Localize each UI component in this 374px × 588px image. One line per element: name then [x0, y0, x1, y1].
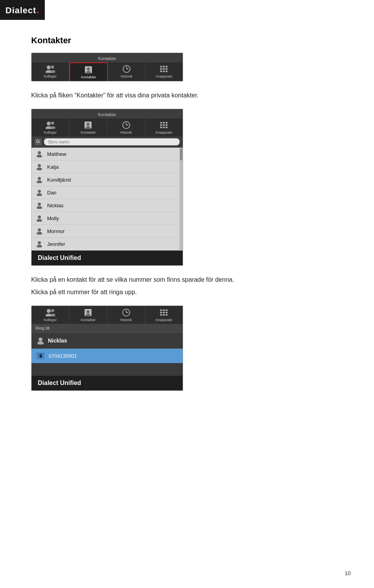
contact-avatar-mormor [35, 228, 43, 235]
tab-label-knappsats-3: Knappsats [156, 318, 173, 322]
tab-kollegor-3[interactable]: Kollegor [32, 306, 69, 324]
tab-knappsats-2[interactable]: Knappsats [145, 118, 183, 136]
tab-historik-1[interactable]: Historik [108, 62, 146, 81]
phone-number: 0704135001 [49, 353, 77, 359]
contact-item-molly[interactable]: Molly [32, 212, 180, 225]
historik-icon-2 [121, 121, 132, 129]
screenshot-2: Kontakter Kollegor [31, 109, 183, 266]
contact-item-mormor[interactable]: Mormor [32, 225, 180, 238]
contact-avatar-molly [35, 215, 43, 222]
svg-point-56 [47, 309, 51, 313]
svg-point-43 [37, 168, 42, 170]
kollegor-icon-2 [45, 121, 56, 129]
svg-rect-70 [163, 312, 165, 313]
contact-list: Matthew Katja [32, 148, 180, 251]
svg-rect-31 [166, 122, 168, 124]
logo-text: Dialect. [5, 5, 39, 15]
tab-kontakter-1[interactable]: Kontakter [69, 62, 108, 81]
svg-rect-18 [166, 71, 168, 72]
screenshot-1: Kontakter Kollegor [31, 53, 183, 81]
tab-kollegor-2[interactable]: Kollegor [32, 118, 69, 136]
svg-rect-32 [160, 124, 162, 126]
tab-label-kontakter-3: Kontakter [81, 318, 96, 322]
screenshot1-title: Kontakter [98, 56, 116, 61]
svg-rect-37 [166, 127, 168, 128]
tab-kontakter-3[interactable]: Kontakter [69, 306, 107, 324]
svg-rect-16 [160, 71, 162, 72]
tab-label-knappsats-2: Knappsats [156, 131, 173, 134]
historik-icon-3 [121, 308, 132, 317]
svg-point-22 [51, 126, 55, 129]
contact-avatar-ring [36, 337, 45, 344]
body-text-3: Klicka på ett nummer för att ringa upp. [31, 288, 288, 297]
svg-rect-12 [166, 66, 168, 67]
contact-item-jennifer[interactable]: Jennifer [32, 238, 180, 251]
contact-list-container: Matthew Katja [32, 148, 183, 251]
tabs-row-1: Kollegor Kontakter [32, 62, 183, 81]
svg-point-75 [39, 337, 42, 341]
svg-point-55 [37, 245, 42, 247]
svg-point-2 [51, 65, 54, 69]
svg-rect-34 [166, 124, 168, 126]
search-icon-wrap [35, 138, 42, 145]
ring-till-label: Ring till [35, 326, 49, 330]
search-input[interactable] [44, 138, 180, 145]
svg-point-54 [38, 241, 41, 244]
svg-point-58 [51, 309, 54, 312]
contact-name-katja: Katja [47, 164, 59, 170]
svg-rect-15 [166, 68, 168, 70]
svg-rect-13 [160, 68, 162, 70]
tab-kontakter-2[interactable]: Kontakter [69, 118, 107, 136]
scrollbar[interactable] [180, 148, 183, 251]
tab-label-historik-3: Historik [120, 318, 132, 322]
contact-name-mormor: Mormor [47, 228, 65, 234]
svg-point-76 [37, 341, 44, 344]
svg-point-45 [37, 180, 42, 183]
svg-point-53 [37, 232, 42, 235]
dialect-footer-2: Dialect Unified [32, 251, 183, 265]
svg-rect-72 [160, 314, 162, 316]
tab-historik-2[interactable]: Historik [108, 118, 145, 136]
svg-point-3 [51, 70, 55, 73]
contact-item-katja[interactable]: Katja [32, 161, 180, 173]
body-text-2: Klicka på en kontakt för att se vilka nu… [31, 275, 288, 284]
section-heading: Kontakter [31, 35, 343, 46]
main-content: Kontakter Kontakter Kol [0, 20, 374, 416]
contact-avatar-nicklas [35, 202, 43, 209]
dialect-footer-text-2: Dialect Unified [38, 254, 81, 261]
body-text-1: Klicka på fliken “Kontakter” för att vis… [31, 91, 288, 100]
svg-point-21 [51, 122, 54, 125]
contact-name-molly: Molly [47, 215, 59, 221]
svg-point-41 [37, 155, 42, 157]
scroll-thumb[interactable] [180, 148, 182, 160]
svg-point-0 [47, 65, 51, 69]
tab-knappsats-1[interactable]: Knappsats [146, 62, 183, 81]
tab-kollegor-1[interactable]: Kollegor [32, 62, 69, 81]
contact-avatar-dan [35, 189, 43, 196]
svg-rect-73 [163, 314, 165, 316]
svg-point-47 [37, 193, 42, 196]
svg-rect-66 [160, 309, 162, 311]
tab-label-historik-2: Historik [120, 131, 132, 134]
historik-icon [121, 65, 132, 73]
tab-label-kollegor-2: Kollegor [44, 131, 57, 134]
svg-point-61 [86, 310, 90, 313]
logo-dot: . [36, 4, 39, 16]
svg-point-19 [47, 122, 51, 125]
kontakter-icon-3 [83, 308, 94, 317]
svg-point-40 [38, 151, 41, 154]
tab-historik-3[interactable]: Historik [108, 306, 145, 324]
contact-avatar-matthew [35, 150, 43, 157]
svg-point-52 [38, 228, 41, 231]
phone-row[interactable]: 📱 0704135001 [32, 349, 183, 363]
svg-point-42 [38, 164, 41, 167]
svg-point-46 [38, 190, 41, 193]
contact-item-kundtjanst[interactable]: Kundtjänst [32, 173, 180, 186]
contact-avatar-kundtjanst [35, 176, 43, 183]
tab-knappsats-3[interactable]: Knappsats [145, 306, 183, 324]
svg-point-49 [37, 206, 42, 209]
svg-point-44 [38, 177, 41, 180]
contact-item-matthew[interactable]: Matthew [32, 148, 180, 161]
contact-item-dan[interactable]: Dan [32, 186, 180, 199]
contact-item-nicklas[interactable]: Nicklas [32, 199, 180, 212]
